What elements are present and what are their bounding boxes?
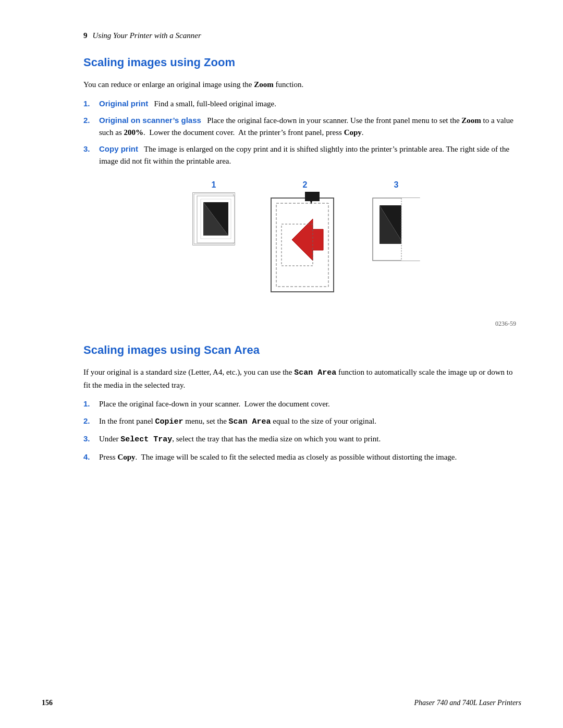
- footer-title: Phaser 740 and 740L Laser Printers: [414, 699, 521, 707]
- zoom-step-1: 1. Original print Find a small, full-ble…: [83, 98, 521, 110]
- intro-text-after: function.: [274, 80, 304, 89]
- scanarea-scanarea: Scan Area: [229, 417, 271, 426]
- figure-code: 0236-59: [83, 320, 521, 328]
- zoom-step-2-label: Original on scanner’s glass: [99, 116, 201, 125]
- zoom-step-2-content: Original on scanner’s glass Place the or…: [99, 115, 521, 138]
- scanarea-step-4-content: Press Copy. The image will be scaled to …: [99, 451, 521, 463]
- svg-rect-26: [401, 198, 420, 261]
- zoom-200: 200%: [124, 128, 144, 137]
- scanarea-step-3-content: Under Select Tray, select the tray that …: [99, 433, 521, 446]
- scanarea-step-1-num: 1.: [83, 398, 98, 410]
- scanarea-selecttray: Select Tray: [120, 435, 172, 444]
- scanarea-step-1: 1. Place the original face-down in your …: [83, 398, 521, 410]
- zoom-step-1-content: Original print Find a small, full-bleed …: [99, 98, 521, 110]
- intro-zoom-bold: Zoom: [254, 80, 274, 89]
- scanarea-step-2-num: 2.: [83, 415, 98, 428]
- scanarea-step-2-content: In the front panel Copier menu, set the …: [99, 415, 521, 428]
- zoom-step-1-text: Find a small, full-bleed original image.: [154, 100, 276, 108]
- scanarea-intro-1: If your original is a standard size (Let…: [83, 368, 294, 376]
- scanarea-step-2: 2. In the front panel Copier menu, set t…: [83, 415, 521, 428]
- scanarea-copy: Copy: [117, 453, 135, 461]
- zoom-steps-list: 1. Original print Find a small, full-ble…: [83, 98, 521, 167]
- zoom-step-2: 2. Original on scanner’s glass Place the…: [83, 115, 521, 138]
- section-scanarea: Scaling images using Scan Area If your o…: [83, 343, 521, 463]
- intro-text-before: You can reduce or enlarge an original im…: [83, 80, 254, 89]
- scanarea-copier: Copier: [155, 417, 183, 426]
- zoom-step-3-content: Copy print The image is enlarged on the …: [99, 143, 521, 167]
- svg-text:1: 1: [212, 180, 216, 189]
- zoom-step-3-label: Copy print: [99, 144, 138, 153]
- scanarea-step-3: 3. Under Select Tray, select the tray th…: [83, 433, 521, 446]
- zoom-diagram-svg: 1 2 3: [156, 177, 448, 318]
- scanarea-intro-bold: Scan Area: [294, 368, 336, 377]
- zoom-step-1-label: Original print: [99, 99, 148, 108]
- scanarea-step-3-num: 3.: [83, 433, 98, 446]
- section-zoom: Scaling images using Zoom You can reduce…: [83, 56, 521, 328]
- page-footer: 156 Phaser 740 and 740L Laser Printers: [0, 699, 563, 707]
- zoom-bold: Zoom: [461, 116, 481, 125]
- zoom-diagram: 1 2 3: [83, 177, 521, 318]
- zoom-copy: Copy: [344, 128, 362, 137]
- footer-page-number: 156: [42, 699, 53, 707]
- scanarea-step-4-num: 4.: [83, 451, 98, 463]
- svg-rect-19: [305, 192, 320, 201]
- header-chapter-title: Using Your Printer with a Scanner: [93, 31, 201, 40]
- header-page-number: 9: [83, 31, 88, 40]
- scanarea-steps-list: 1. Place the original face-down in your …: [83, 398, 521, 463]
- zoom-step-3-text: The image is enlarged on the copy print …: [99, 145, 509, 165]
- svg-text:3: 3: [394, 180, 399, 189]
- section-scanarea-title: Scaling images using Scan Area: [83, 343, 521, 357]
- scanarea-step-4: 4. Press Copy. The image will be scaled …: [83, 451, 521, 463]
- section-scanarea-intro: If your original is a standard size (Let…: [83, 366, 521, 391]
- section-zoom-title: Scaling images using Zoom: [83, 56, 521, 69]
- page-header: 9 Using Your Printer with a Scanner: [83, 31, 521, 40]
- zoom-step-3: 3. Copy print The image is enlarged on t…: [83, 143, 521, 167]
- svg-text:2: 2: [303, 180, 308, 189]
- page: 9 Using Your Printer with a Scanner Scal…: [0, 0, 563, 728]
- section-zoom-intro: You can reduce or enlarge an original im…: [83, 79, 521, 91]
- zoom-step-3-num: 3.: [83, 143, 98, 167]
- scanarea-step-1-content: Place the original face-down in your sca…: [99, 398, 521, 410]
- zoom-step-2-num: 2.: [83, 115, 98, 138]
- zoom-step-1-num: 1.: [83, 98, 98, 110]
